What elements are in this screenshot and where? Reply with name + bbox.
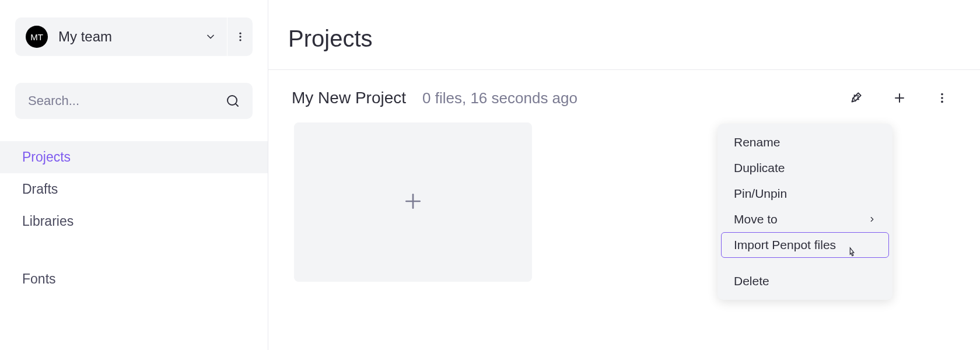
project-header: My New Project 0 files, 16 seconds ago	[268, 70, 980, 123]
chevron-right-icon	[868, 212, 876, 226]
sidebar-item-drafts[interactable]: Drafts	[0, 173, 268, 205]
menu-item-duplicate[interactable]: Duplicate	[721, 155, 889, 181]
chevron-down-icon[interactable]	[205, 31, 216, 43]
page-title: Projects	[268, 0, 980, 70]
menu-item-pin-unpin[interactable]: Pin/Unpin	[721, 181, 889, 206]
svg-point-1	[239, 36, 241, 37]
main: Projects My New Project 0 files, 16 seco…	[268, 0, 980, 350]
project-actions	[848, 90, 960, 106]
pin-button[interactable]	[848, 90, 863, 106]
menu-item-label: Rename	[734, 135, 780, 149]
search-icon[interactable]	[226, 94, 240, 108]
add-button[interactable]	[892, 91, 907, 105]
sidebar-item-projects[interactable]: Projects	[0, 141, 268, 173]
menu-item-label: Duplicate	[734, 161, 785, 175]
menu-item-move-to[interactable]: Move to	[721, 206, 889, 232]
search-input[interactable]	[28, 93, 226, 108]
menu-item-delete[interactable]: Delete	[721, 268, 889, 294]
project-meta: 0 files, 16 seconds ago	[422, 89, 578, 107]
search-box[interactable]	[15, 83, 253, 119]
menu-item-import-penpot-files[interactable]: Import Penpot files	[721, 232, 889, 258]
team-more-button[interactable]	[227, 18, 253, 56]
project-more-button[interactable]	[936, 92, 949, 104]
svg-point-9	[941, 101, 943, 103]
menu-item-label: Delete	[734, 274, 769, 288]
sidebar: MT My team Projects Drafts Libraries Fon…	[0, 0, 268, 350]
team-row: MT My team	[15, 18, 253, 56]
sidebar-item-libraries[interactable]: Libraries	[0, 205, 268, 237]
menu-item-label: Pin/Unpin	[734, 187, 787, 201]
plus-icon	[401, 190, 425, 215]
svg-point-8	[941, 97, 943, 99]
svg-point-2	[239, 39, 241, 41]
sidebar-item-fonts[interactable]: Fonts	[0, 263, 268, 295]
menu-item-label: Move to	[734, 212, 778, 226]
menu-item-label: Import Penpot files	[734, 238, 836, 252]
menu-item-rename[interactable]: Rename	[721, 130, 889, 155]
svg-point-7	[941, 93, 943, 96]
new-file-card[interactable]	[294, 123, 532, 282]
team-name: My team	[58, 29, 112, 45]
project-name[interactable]: My New Project	[292, 89, 406, 107]
nav-list: Projects Drafts Libraries Fonts	[0, 141, 268, 295]
team-selector[interactable]: MT My team	[15, 18, 227, 56]
context-menu: Rename Duplicate Pin/Unpin Move to Impor…	[718, 124, 892, 300]
svg-line-4	[236, 104, 238, 106]
team-avatar: MT	[26, 26, 48, 48]
svg-point-0	[239, 33, 241, 34]
